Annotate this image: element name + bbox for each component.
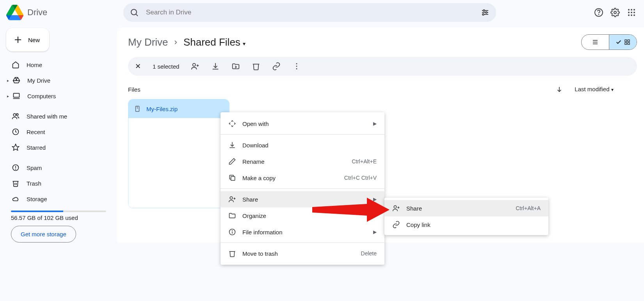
sidebar-item-home[interactable]: Home: [5, 57, 111, 73]
clock-icon: [11, 128, 20, 136]
search-options-icon[interactable]: [480, 8, 490, 17]
ctx-rename[interactable]: Rename Ctrl+Alt+E: [221, 153, 384, 170]
chevron-right-icon: ▶: [373, 121, 377, 126]
new-button[interactable]: New: [6, 28, 49, 51]
expand-icon[interactable]: ▸: [7, 94, 11, 98]
context-menu: Open with ▶ Download Rename Ctrl+Alt+E M…: [221, 112, 384, 265]
search-input[interactable]: [146, 9, 480, 16]
list-view-button[interactable]: [582, 35, 609, 50]
gear-icon[interactable]: [610, 8, 620, 17]
ctx-open-with[interactable]: Open with ▶: [221, 115, 384, 132]
download-icon[interactable]: [211, 62, 220, 71]
selection-count: 1 selected: [153, 63, 179, 70]
sidebar-item-label: Starred: [27, 144, 46, 151]
sidebar-item-label: Shared with me: [27, 113, 67, 120]
logo-area[interactable]: Drive: [6, 5, 123, 20]
file-preview: [128, 118, 229, 208]
grid-icon: [624, 39, 630, 45]
shared-icon: [11, 112, 20, 120]
ctx-make-copy[interactable]: Make a copy Ctrl+C Ctrl+V: [221, 170, 384, 186]
sidebar-item-computers[interactable]: ▸ Computers: [5, 88, 111, 104]
ctx-share[interactable]: Share ▶: [221, 191, 384, 207]
plus-icon: [13, 35, 23, 44]
expand-icon[interactable]: ▸: [7, 78, 11, 83]
sidebar: New Home ▸ My Drive ▸ Computers Shared w…: [0, 25, 117, 243]
home-icon: [11, 61, 20, 69]
star-icon: [11, 143, 20, 151]
svg-point-5: [483, 10, 485, 11]
svg-point-17: [628, 14, 630, 16]
svg-point-44: [296, 68, 297, 69]
drive-icon: [12, 76, 21, 84]
link-icon[interactable]: [272, 62, 281, 71]
breadcrumb-current[interactable]: Shared Files▾: [183, 36, 246, 48]
get-more-storage-button[interactable]: Get more storage: [11, 226, 76, 243]
svg-point-18: [631, 14, 632, 16]
grid-view-button[interactable]: [609, 35, 637, 50]
apps-grid-icon[interactable]: [627, 8, 636, 17]
sidebar-item-spam[interactable]: Spam: [5, 160, 111, 175]
help-icon[interactable]: [594, 8, 603, 17]
app-header: Drive: [0, 0, 644, 25]
sidebar-item-trash[interactable]: Trash: [5, 175, 111, 191]
share-submenu: Share Ctrl+Alt+A Copy link: [384, 198, 548, 235]
svg-point-9: [599, 14, 599, 15]
ctx-move-trash[interactable]: Move to trash Delete: [221, 245, 384, 262]
sidebar-item-label: Recent: [27, 129, 45, 135]
sidebar-item-label: Trash: [27, 180, 41, 187]
svg-point-19: [633, 14, 635, 16]
selection-toolbar: ✕ 1 selected: [128, 57, 637, 76]
sidebar-item-my-drive[interactable]: ▸ My Drive: [5, 73, 111, 88]
share-people-icon[interactable]: [191, 62, 199, 71]
svg-point-7: [482, 14, 484, 15]
sort-button[interactable]: Last modified ▾: [575, 86, 614, 93]
storage-bar: [11, 211, 106, 212]
svg-point-12: [631, 9, 632, 11]
sidebar-item-shared[interactable]: Shared with me: [5, 108, 111, 124]
share-person-icon: [228, 195, 239, 203]
sidebar-item-starred[interactable]: Starred: [5, 140, 111, 155]
ctx-file-info[interactable]: File information ▶: [221, 224, 384, 240]
view-toggle: [581, 34, 637, 50]
caret-down-icon: ▾: [611, 87, 614, 92]
ctx-download[interactable]: Download: [221, 137, 384, 153]
download-icon: [228, 141, 239, 149]
svg-point-11: [628, 9, 630, 11]
sidebar-item-storage[interactable]: Storage: [5, 191, 111, 207]
submenu-share[interactable]: Share Ctrl+Alt+A: [384, 200, 548, 216]
sort-arrow-icon[interactable]: [556, 86, 563, 93]
sidebar-item-label: My Drive: [27, 77, 50, 84]
drive-logo-icon: [6, 5, 23, 20]
open-with-icon: [228, 120, 239, 127]
move-to-icon[interactable]: [231, 62, 240, 71]
sidebar-item-label: Spam: [27, 165, 42, 171]
chevron-right-icon: ›: [174, 37, 177, 47]
svg-point-38: [193, 64, 196, 66]
svg-point-59: [394, 205, 397, 208]
svg-point-30: [16, 169, 16, 169]
svg-point-0: [131, 9, 137, 15]
svg-line-1: [136, 14, 138, 16]
caret-down-icon: ▾: [243, 41, 246, 47]
breadcrumb-root[interactable]: My Drive: [128, 36, 168, 48]
svg-rect-22: [14, 93, 20, 97]
file-card[interactable]: My-Files.zip: [128, 99, 229, 208]
header-actions: [496, 8, 638, 17]
sidebar-item-label: Computers: [27, 93, 56, 99]
clear-selection-button[interactable]: ✕: [135, 62, 141, 71]
storage-text: 56.57 GB of 102 GB used: [11, 214, 106, 221]
computer-icon: [12, 92, 21, 100]
more-icon[interactable]: [292, 62, 301, 71]
sidebar-item-recent[interactable]: Recent: [5, 124, 111, 140]
search-bar[interactable]: [123, 3, 496, 22]
submenu-copy-link[interactable]: Copy link: [384, 216, 548, 233]
search-icon: [130, 8, 139, 17]
svg-point-58: [232, 230, 233, 231]
cloud-icon: [11, 195, 20, 203]
svg-rect-37: [628, 42, 630, 44]
zip-file-icon: [134, 105, 141, 112]
sidebar-item-label: Home: [27, 62, 42, 68]
ctx-organize[interactable]: Organize ▶: [221, 207, 384, 224]
svg-point-13: [633, 9, 635, 11]
delete-icon[interactable]: [252, 62, 260, 71]
